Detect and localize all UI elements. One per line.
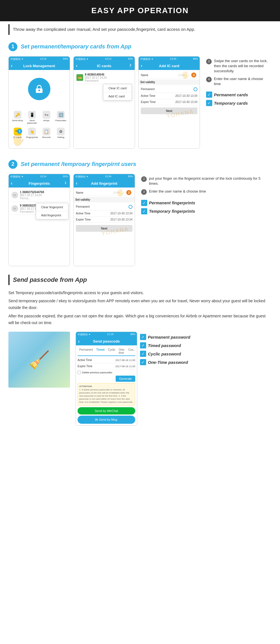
active-time-label: Active Time	[141, 94, 155, 97]
section3-intro: Set Temporary passcode/cards/fingerprint…	[0, 290, 280, 329]
back-icon2[interactable]: ‹	[76, 63, 77, 68]
generate-button[interactable]: Generate	[116, 376, 135, 382]
fingerprints-icon: 👆	[28, 128, 36, 135]
fp-active-label: Active Time	[76, 212, 90, 215]
next-button[interactable]: Next	[141, 107, 197, 114]
send-msg-button[interactable]: ✉ Send by Msg.	[78, 416, 135, 424]
tab-cyclic[interactable]: Cyclic	[106, 347, 117, 355]
page-header: EASY APP OPERATION	[0, 0, 280, 21]
checkmark-fp1: ✓	[141, 200, 147, 206]
clear-ic-card[interactable]: Clear IC card	[103, 84, 132, 92]
fp-phone2-body: Name Enter... 3 🖐 Set validity Permanent…	[74, 188, 135, 266]
permanent-cards-label: Permanent cards	[214, 92, 248, 97]
check-temporary-cards: ✓ Temporary cards	[206, 100, 269, 106]
send-wechat-button[interactable]: Send by WeChat	[78, 407, 135, 414]
delete-prev-checkbox[interactable]	[78, 371, 81, 374]
phone3-status-bar: 中国移动 ✦ 13:34 89%	[139, 57, 200, 62]
tab-timed[interactable]: Timed	[95, 347, 106, 356]
menu-fingerprints[interactable]: 👆 Fingerprints	[25, 127, 39, 140]
fp-set-validity: Set validity	[74, 197, 135, 202]
fp-back-icon1[interactable]: ‹	[11, 181, 12, 186]
menu-passcodes[interactable]: 🔢 Passcodes	[54, 110, 68, 125]
clear-fp[interactable]: Clear fingerprint	[36, 203, 68, 211]
phone3-time: 13:34	[170, 57, 176, 61]
expire-time-label: Expire Time	[141, 100, 156, 104]
phone1-nav-title: Lock Management	[23, 64, 55, 68]
set-validity-title: Set validity	[139, 79, 200, 85]
fp-expire-val: 2017-10-30 13:34	[110, 218, 132, 221]
card1-date: 2017.10.17 14:24	[85, 76, 107, 79]
phone2-time: 13:14	[105, 57, 111, 61]
intro-line1: Set Temporary passcode/cards/fingerprint…	[8, 290, 272, 296]
passcode-back-icon[interactable]: ‹	[78, 339, 80, 344]
section3-checks: ✓ Permanent password ✓ Timed password ✓ …	[137, 332, 272, 367]
section3-bar-line	[8, 275, 10, 285]
add-fp[interactable]: Add fingerprint	[36, 211, 68, 219]
checkmark-fp2: ✓	[141, 208, 147, 214]
back-icon[interactable]: ‹	[11, 63, 12, 68]
checkmark-pwd3: ✓	[140, 351, 146, 357]
phone2-status-bar: 中国移动 ✦ 13:14 93%	[74, 57, 135, 62]
phone3-carrier: 中国移动 ✦	[140, 57, 153, 61]
fp-icon2: ☞	[11, 205, 18, 212]
section-fingerprints: 2 Set permanent /temproary fingerpirnt u…	[0, 157, 280, 269]
menu-sendekey[interactable]: 🔑 Send eKey	[11, 110, 24, 125]
attention-text: 1. If delete previous passcodes is check…	[79, 388, 133, 404]
active-time-val: 2017-10-30 13:34	[175, 94, 197, 97]
check-items-fp: ✓ Permanent fingerprints ✓ Temporary fin…	[141, 200, 269, 214]
fp-back-icon2[interactable]: ‹	[76, 181, 77, 186]
fp-phone1-nav: ‹ Fingerprints 1	[9, 179, 70, 188]
svg-point-1	[38, 90, 40, 91]
fp-name-row: Name Enter... 3 🖐	[76, 190, 132, 196]
intro-bar: Throw away the complicated user manual, …	[8, 24, 272, 35]
fp-next-button[interactable]: Next	[76, 225, 132, 232]
tab-onetime[interactable]: One-time	[117, 347, 127, 355]
records-label: Records	[42, 136, 51, 139]
tab-custom[interactable]: Cus...	[127, 347, 137, 355]
fp-permanent-row: Permanent	[76, 203, 132, 210]
fp-phone1-carrier: 中国移动 ✦	[10, 175, 24, 179]
tab-permanent[interactable]: Permanent	[78, 347, 95, 355]
passcode-expire-label: Expire Time	[78, 365, 92, 368]
fp-phone2-battery: 89%	[128, 175, 133, 179]
checkmark-pwd1: ✓	[140, 334, 146, 340]
back-icon3[interactable]: ‹	[141, 63, 142, 68]
fingerprints-label: Fingerprints	[26, 136, 38, 139]
lock-main	[11, 72, 67, 107]
step4-info: 4 Enter the user name & choose time	[206, 76, 269, 86]
menu-setting[interactable]: ⚙ Setting	[54, 127, 68, 140]
menu-ekeys[interactable]: 🗝 eKeys	[40, 110, 53, 125]
fp-expire-label: Expire Time	[76, 218, 91, 221]
passcode-row: 🧹 中国移动 ✦ 11:15 35% ‹ Send passcode Perma	[0, 329, 280, 428]
passcode-active-label: Active Time	[78, 359, 92, 362]
phone1-card: 中国移动 ✦ 13:14 93% ‹ Lock Management	[8, 56, 70, 149]
sendekey-icon: 🔑	[14, 111, 22, 119]
fp-step2-info: 2 put your finger on the fingerprint sca…	[141, 176, 269, 186]
ekeys-label: eKeys	[43, 119, 50, 122]
fp-phone2-nav: ‹ Add fingerprint	[74, 179, 135, 188]
phone1-carrier: 中国移动 ✦	[10, 57, 24, 61]
passcode-tabs: Permanent Timed Cyclic One-time Cus...	[78, 347, 135, 356]
fp-active-val: 2017-10-30 13:34	[110, 212, 132, 215]
phone2-nav-title: IC cards	[97, 64, 111, 68]
fp-phone1-body: ☞ 1 36802752544768 2017.10.17 14:24 Perm…	[9, 188, 70, 266]
add-ic-card[interactable]: Add IC card	[103, 92, 132, 100]
timed-pwd-label: Timed password	[148, 343, 181, 348]
expire-time-val: 2017-10-30 13:34	[175, 100, 197, 104]
menu-sendpasscode[interactable]: 📱 Send passcode	[25, 110, 39, 125]
sendekey-label: Send eKey	[12, 119, 23, 122]
fp-phone2: 中国移动 ✦ 13:34 89% ‹ Add fingerprint Name …	[73, 174, 135, 266]
section3-title: Send passcode from App	[13, 275, 87, 285]
attention-title: ATTENTION	[79, 385, 92, 388]
setting-label: Setting	[57, 136, 64, 139]
menu-records[interactable]: 📋 Records	[40, 127, 53, 140]
section2-number: 2	[8, 160, 17, 169]
passcode-active-val: 2017-08-18 11:00	[115, 359, 135, 362]
phone2-battery: 93%	[128, 57, 133, 61]
check-items-cards: ✓ Permanent cards ✓ Temporary cards	[206, 92, 269, 106]
fp-active-row: Active Time 2017-10-30 13:34	[76, 210, 132, 217]
delete-prev-label: Delete previous passcodes	[82, 371, 112, 374]
name-label: Name	[141, 74, 148, 77]
section2-title-row: 2 Set permanent /temproary fingerpirnt u…	[0, 157, 280, 172]
fp-name-label: Name	[76, 191, 83, 194]
